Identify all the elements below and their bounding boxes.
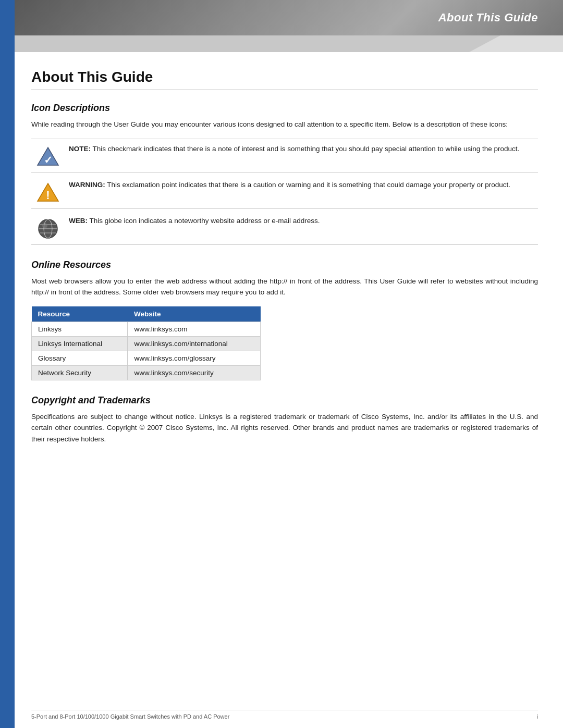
svg-point-10: [42, 223, 47, 228]
table-cell-resource-2: Glossary: [32, 351, 128, 365]
table-body: Linksys www.linksys.com Linksys Internat…: [32, 322, 261, 380]
note-icon: ✓: [36, 145, 59, 168]
table-cell-resource-3: Network Security: [32, 365, 128, 380]
resource-table: Resource Website Linksys www.linksys.com…: [31, 306, 261, 380]
table-row: Linksys International www.linksys.com/in…: [32, 336, 261, 351]
copyright-section: Copyright and Trademarks Specifications …: [31, 395, 538, 445]
table-cell-resource-1: Linksys International: [32, 336, 128, 351]
footer: 5-Port and 8-Port 10/100/1000 Gigabit Sm…: [31, 710, 538, 720]
footer-page-number: i: [537, 713, 538, 720]
warning-icon-cell: !: [31, 179, 65, 204]
icon-descriptions-heading: Icon Descriptions: [31, 103, 538, 114]
table-row: Network Security www.linksys.com/securit…: [32, 365, 261, 380]
icon-descriptions-section: Icon Descriptions While reading through …: [31, 103, 538, 245]
table-row: Linksys www.linksys.com: [32, 322, 261, 336]
table-cell-website-0: www.linksys.com: [128, 322, 261, 336]
online-resources-intro: Most web browsers allow you to enter the…: [31, 276, 538, 298]
online-resources-section: Online Resources Most web browsers allow…: [31, 260, 538, 380]
note-icon-text: NOTE: This checkmark indicates that ther…: [65, 143, 538, 155]
web-icon-row: WEB: This globe icon indicates a notewor…: [31, 211, 538, 245]
warning-icon-row: ! WARNING: This exclamation point indica…: [31, 175, 538, 209]
svg-text:✓: ✓: [44, 154, 53, 166]
web-icon-cell: [31, 215, 65, 240]
table-header-row: Resource Website: [32, 306, 261, 322]
sub-header-area: [0, 35, 563, 52]
table-header-website: Website: [128, 306, 261, 322]
title-divider: [31, 90, 538, 90]
table-row: Glossary www.linksys.com/glossary: [32, 351, 261, 365]
note-label: NOTE:: [69, 145, 91, 153]
web-icon-text: WEB: This globe icon indicates a notewor…: [65, 215, 538, 227]
table-header-resource: Resource: [32, 306, 128, 322]
table-cell-website-1: www.linksys.com/international: [128, 336, 261, 351]
svg-text:!: !: [46, 189, 50, 202]
web-label: WEB:: [69, 217, 88, 225]
table-header: Resource Website: [32, 306, 261, 322]
footer-left-text: 5-Port and 8-Port 10/100/1000 Gigabit Sm…: [31, 713, 229, 720]
note-description: This checkmark indicates that there is a…: [93, 145, 520, 153]
main-content: About This Guide Icon Descriptions While…: [31, 69, 538, 508]
web-description: This globe icon indicates a noteworthy w…: [90, 217, 320, 225]
warning-icon: !: [36, 181, 59, 204]
warning-description: This exclamation point indicates that th…: [107, 181, 510, 189]
icon-descriptions-intro: While reading through the User Guide you…: [31, 119, 538, 130]
table-cell-website-3: www.linksys.com/security: [128, 365, 261, 380]
left-accent-bar: [0, 0, 15, 728]
header-title: About This Guide: [438, 11, 538, 24]
table-cell-resource-0: Linksys: [32, 322, 128, 336]
online-resources-heading: Online Resources: [31, 260, 538, 270]
warning-icon-text: WARNING: This exclamation point indicate…: [65, 179, 538, 191]
copyright-text: Specifications are subject to change wit…: [31, 411, 538, 445]
note-icon-cell: ✓: [31, 143, 65, 168]
table-cell-website-2: www.linksys.com/glossary: [128, 351, 261, 365]
header-bar: About This Guide: [0, 0, 563, 35]
copyright-heading: Copyright and Trademarks: [31, 395, 538, 406]
page-title: About This Guide: [31, 69, 538, 85]
web-icon: [36, 217, 59, 240]
warning-label: WARNING:: [69, 181, 105, 189]
note-icon-row: ✓ NOTE: This checkmark indicates that th…: [31, 139, 538, 173]
